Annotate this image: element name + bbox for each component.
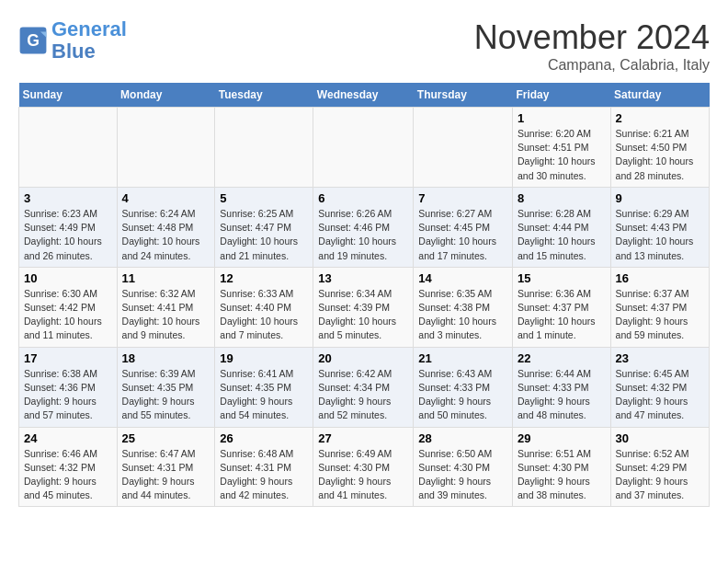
day-cell: 18Sunrise: 6:39 AM Sunset: 4:35 PM Dayli…: [117, 347, 215, 427]
day-cell: [414, 108, 513, 188]
day-number: 30: [616, 431, 704, 445]
day-cell: 21Sunrise: 6:43 AM Sunset: 4:33 PM Dayli…: [414, 347, 513, 427]
svg-text:G: G: [27, 32, 40, 51]
day-info: Sunrise: 6:35 AM Sunset: 4:38 PM Dayligh…: [418, 287, 507, 343]
logo: G General Blue: [18, 18, 127, 63]
day-number: 12: [220, 271, 308, 285]
weekday-header-thursday: Thursday: [414, 83, 513, 108]
day-cell: 1Sunrise: 6:20 AM Sunset: 4:51 PM Daylig…: [512, 108, 610, 188]
day-number: 21: [418, 351, 507, 365]
day-cell: [313, 108, 414, 188]
day-info: Sunrise: 6:51 AM Sunset: 4:30 PM Dayligh…: [518, 447, 606, 503]
day-info: Sunrise: 6:27 AM Sunset: 4:45 PM Dayligh…: [418, 207, 507, 263]
day-number: 5: [220, 191, 308, 205]
day-info: Sunrise: 6:46 AM Sunset: 4:32 PM Dayligh…: [24, 447, 112, 503]
month-title: November 2024: [474, 18, 710, 57]
day-cell: 26Sunrise: 6:48 AM Sunset: 4:31 PM Dayli…: [215, 427, 313, 507]
page-header: G General Blue November 2024 Campana, Ca…: [18, 18, 710, 74]
day-number: 2: [616, 111, 704, 125]
day-number: 11: [122, 271, 210, 285]
day-number: 9: [616, 191, 704, 205]
day-number: 16: [616, 271, 704, 285]
weekday-header-tuesday: Tuesday: [215, 83, 313, 108]
day-info: Sunrise: 6:52 AM Sunset: 4:29 PM Dayligh…: [616, 447, 704, 503]
day-number: 23: [616, 351, 704, 365]
day-cell: 17Sunrise: 6:38 AM Sunset: 4:36 PM Dayli…: [19, 347, 118, 427]
day-number: 13: [318, 271, 408, 285]
day-info: Sunrise: 6:28 AM Sunset: 4:44 PM Dayligh…: [518, 207, 606, 263]
day-cell: 7Sunrise: 6:27 AM Sunset: 4:45 PM Daylig…: [414, 187, 513, 267]
day-number: 22: [518, 351, 606, 365]
day-number: 10: [24, 271, 112, 285]
day-cell: 30Sunrise: 6:52 AM Sunset: 4:29 PM Dayli…: [610, 427, 709, 507]
title-block: November 2024 Campana, Calabria, Italy: [474, 18, 710, 74]
day-info: Sunrise: 6:34 AM Sunset: 4:39 PM Dayligh…: [318, 287, 408, 343]
day-number: 6: [318, 191, 408, 205]
day-cell: 23Sunrise: 6:45 AM Sunset: 4:32 PM Dayli…: [610, 347, 709, 427]
day-number: 3: [24, 191, 112, 205]
day-number: 17: [24, 351, 112, 365]
weekday-header-wednesday: Wednesday: [313, 83, 414, 108]
logo-line1: General: [51, 17, 127, 40]
day-number: 4: [122, 191, 210, 205]
day-info: Sunrise: 6:38 AM Sunset: 4:36 PM Dayligh…: [24, 367, 112, 423]
day-info: Sunrise: 6:36 AM Sunset: 4:37 PM Dayligh…: [518, 287, 606, 343]
day-cell: 27Sunrise: 6:49 AM Sunset: 4:30 PM Dayli…: [313, 427, 414, 507]
day-info: Sunrise: 6:32 AM Sunset: 4:41 PM Dayligh…: [122, 287, 210, 343]
day-cell: [117, 108, 215, 188]
day-cell: 4Sunrise: 6:24 AM Sunset: 4:48 PM Daylig…: [117, 187, 215, 267]
logo-text: General Blue: [51, 18, 127, 63]
day-cell: 6Sunrise: 6:26 AM Sunset: 4:46 PM Daylig…: [313, 187, 414, 267]
day-number: 7: [418, 191, 507, 205]
day-cell: 8Sunrise: 6:28 AM Sunset: 4:44 PM Daylig…: [512, 187, 610, 267]
day-cell: 2Sunrise: 6:21 AM Sunset: 4:50 PM Daylig…: [610, 108, 709, 188]
day-cell: 16Sunrise: 6:37 AM Sunset: 4:37 PM Dayli…: [610, 267, 709, 347]
day-cell: 5Sunrise: 6:25 AM Sunset: 4:47 PM Daylig…: [215, 187, 313, 267]
logo-line2: Blue: [51, 40, 96, 63]
day-number: 27: [318, 431, 408, 445]
day-cell: 19Sunrise: 6:41 AM Sunset: 4:35 PM Dayli…: [215, 347, 313, 427]
day-cell: 11Sunrise: 6:32 AM Sunset: 4:41 PM Dayli…: [117, 267, 215, 347]
day-info: Sunrise: 6:48 AM Sunset: 4:31 PM Dayligh…: [220, 447, 308, 503]
day-cell: 15Sunrise: 6:36 AM Sunset: 4:37 PM Dayli…: [512, 267, 610, 347]
day-number: 8: [518, 191, 606, 205]
day-number: 24: [24, 431, 112, 445]
day-number: 28: [418, 431, 507, 445]
day-cell: 24Sunrise: 6:46 AM Sunset: 4:32 PM Dayli…: [19, 427, 118, 507]
day-info: Sunrise: 6:21 AM Sunset: 4:50 PM Dayligh…: [616, 127, 704, 183]
day-info: Sunrise: 6:25 AM Sunset: 4:47 PM Dayligh…: [220, 207, 308, 263]
weekday-header-friday: Friday: [512, 83, 610, 108]
week-row-3: 10Sunrise: 6:30 AM Sunset: 4:42 PM Dayli…: [19, 267, 710, 347]
day-info: Sunrise: 6:20 AM Sunset: 4:51 PM Dayligh…: [518, 127, 606, 183]
day-number: 26: [220, 431, 308, 445]
day-cell: 22Sunrise: 6:44 AM Sunset: 4:33 PM Dayli…: [512, 347, 610, 427]
day-info: Sunrise: 6:29 AM Sunset: 4:43 PM Dayligh…: [616, 207, 704, 263]
day-info: Sunrise: 6:33 AM Sunset: 4:40 PM Dayligh…: [220, 287, 308, 343]
day-cell: 28Sunrise: 6:50 AM Sunset: 4:30 PM Dayli…: [414, 427, 513, 507]
day-info: Sunrise: 6:23 AM Sunset: 4:49 PM Dayligh…: [24, 207, 112, 263]
day-info: Sunrise: 6:45 AM Sunset: 4:32 PM Dayligh…: [616, 367, 704, 423]
day-info: Sunrise: 6:50 AM Sunset: 4:30 PM Dayligh…: [418, 447, 507, 503]
week-row-2: 3Sunrise: 6:23 AM Sunset: 4:49 PM Daylig…: [19, 187, 710, 267]
day-cell: 12Sunrise: 6:33 AM Sunset: 4:40 PM Dayli…: [215, 267, 313, 347]
day-number: 19: [220, 351, 308, 365]
day-number: 20: [318, 351, 408, 365]
weekday-header-row: SundayMondayTuesdayWednesdayThursdayFrid…: [19, 83, 710, 108]
day-info: Sunrise: 6:43 AM Sunset: 4:33 PM Dayligh…: [418, 367, 507, 423]
weekday-header-saturday: Saturday: [610, 83, 709, 108]
day-info: Sunrise: 6:47 AM Sunset: 4:31 PM Dayligh…: [122, 447, 210, 503]
day-cell: [215, 108, 313, 188]
day-cell: 9Sunrise: 6:29 AM Sunset: 4:43 PM Daylig…: [610, 187, 709, 267]
day-info: Sunrise: 6:42 AM Sunset: 4:34 PM Dayligh…: [318, 367, 408, 423]
day-info: Sunrise: 6:30 AM Sunset: 4:42 PM Dayligh…: [24, 287, 112, 343]
day-info: Sunrise: 6:26 AM Sunset: 4:46 PM Dayligh…: [318, 207, 408, 263]
weekday-header-sunday: Sunday: [19, 83, 118, 108]
day-info: Sunrise: 6:24 AM Sunset: 4:48 PM Dayligh…: [122, 207, 210, 263]
day-cell: 3Sunrise: 6:23 AM Sunset: 4:49 PM Daylig…: [19, 187, 118, 267]
day-info: Sunrise: 6:44 AM Sunset: 4:33 PM Dayligh…: [518, 367, 606, 423]
day-cell: 25Sunrise: 6:47 AM Sunset: 4:31 PM Dayli…: [117, 427, 215, 507]
day-number: 14: [418, 271, 507, 285]
day-cell: 20Sunrise: 6:42 AM Sunset: 4:34 PM Dayli…: [313, 347, 414, 427]
day-number: 1: [518, 111, 606, 125]
day-cell: [19, 108, 118, 188]
